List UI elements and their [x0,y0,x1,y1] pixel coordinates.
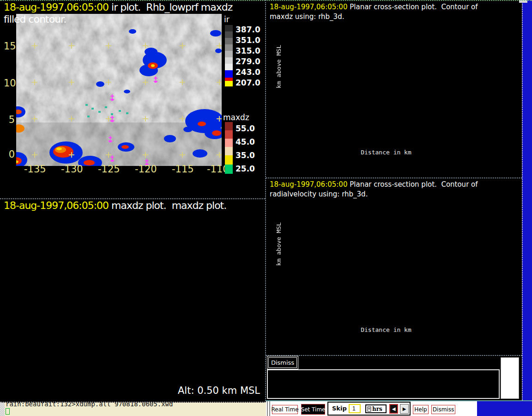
xs1-title-line2: maxdz using: rhb_3d. [270,12,344,21]
panel-cross-section-radialvelocity: 18-aug-1997,06:05:00 Planar cross-sectio… [266,178,521,355]
desktop-background-strip [522,0,532,400]
colorbar-segment [225,70,233,78]
colorbar-tick-label: 387.0 [236,25,260,34]
ir-y-tick-label: 5 [4,114,15,125]
colorbar-segment [225,165,233,174]
colorbar-tick-label: 243.0 [236,67,260,77]
real-time-button[interactable]: Real Time [272,405,298,414]
colorbar-segment [225,122,233,130]
xs1-x-axis-label: Distance in km [349,149,423,156]
terminal-prompt-line: rain:beaufait:132>xdump.all 970818.0605.… [6,403,173,408]
cloud-blob [215,49,222,53]
xs2-title: 18-aug-1997,06:05:00 Planar cross-sectio… [270,180,478,189]
control-dismiss-button[interactable]: Dismiss [431,405,455,414]
zeb-display-root: 18-aug-1997,06:05:00 ir plot. Rhb_lowprf… [0,0,532,416]
ir-x-tick-label: -120 [135,164,157,175]
colorbar-segment [225,81,233,86]
terminal-cursor [6,408,10,415]
colorbar-segment [225,64,233,70]
set-time-button[interactable]: Set Time [301,404,325,415]
panel-maxdz-ppi: 18-aug-1997,06:05:00 maxdz plot. maxdz p… [0,199,265,403]
cloud-blob [198,122,206,126]
xs2-x-axis-label: Distance in km [349,326,423,333]
ir-timestamp: 18-aug-1997,06:05:00 [4,1,109,13]
xs2-y-axis-label: km above MSL [275,222,282,266]
ppi-timestamp: 18-aug-1997,06:05:00 [4,200,109,211]
divider [269,401,270,416]
panel-cross-section-maxdz: 18-aug-1997,06:05:00 Planar cross-sectio… [266,1,521,177]
colorbar-segment [225,139,233,147]
cloud-blob [164,135,176,142]
divider [267,401,268,416]
altitude-readout: Alt: 0.50 km MSL [178,385,260,396]
colorbar-segment [225,147,233,155]
colorbar-tick-label: 207.0 [236,78,260,87]
terminal-scrollbar[interactable] [0,403,5,416]
ir-x-tick-label: -115 [172,164,194,175]
ir-title-line2: filled contour. [4,13,66,25]
radar-ppi-display [0,212,222,377]
cloud-blob [129,29,136,34]
colorbar-segment [225,51,233,57]
terminal-window[interactable]: rain:beaufait:132>xdump.all 970818.0605.… [0,403,266,416]
panel-ir-plot: 18-aug-1997,06:05:00 ir plot. Rhb_lowprf… [0,1,265,198]
xs1-timestamp: 18-aug-1997,06:05:00 [270,3,347,11]
window-frame-corner [519,0,527,3]
cloud-blob [193,149,207,158]
colorbar-segment [225,57,233,64]
ir-colorbar-title: ir [224,15,230,24]
ir-x-tick-label: -135 [24,164,46,175]
page-icon [367,406,371,412]
xs1-y-axis-label: km above MSL [275,45,282,88]
cloud-blob [96,81,104,87]
step-forward-button[interactable]: ▶ [400,404,409,414]
ir-y-tick-label: 15 [4,41,15,52]
colorbar-tick-label: 45.0 [236,137,255,147]
hrs-button[interactable]: hrs [365,404,387,413]
ir-y-tick-label: 10 [4,78,15,89]
ir-satellite-image [16,14,222,166]
skip-value-input[interactable] [349,404,361,413]
help-button[interactable]: Help [413,405,429,414]
cloud-blob [84,160,95,165]
colorbar-segment [225,25,233,31]
cloud-blob [151,64,155,67]
colorbar-segment [225,44,233,51]
xs1-title: 18-aug-1997,06:05:00 Planar cross-sectio… [270,3,478,11]
cloud-blob [210,30,221,37]
scrollbar-thumb[interactable] [501,357,519,399]
colorbar-segment [225,155,233,165]
colorbar-tick-label: 351.0 [236,36,260,45]
time-control-bar: Real Time Set Time Skip hrs ◀ ▶ Help Dis… [266,400,532,416]
colorbar-tick-label: 279.0 [236,57,260,66]
colorbar-tick-label: 315.0 [236,46,260,55]
colorbar-tick-label: 35.0 [236,151,255,160]
xs2-title-line2: radialvelocity using: rhb_3d. [270,190,368,198]
ir-y-tick-label: 0 [4,149,15,160]
cloud-blob [212,130,221,136]
right-arrow-icon: ▶ [403,406,406,411]
status-widget: Dismiss [266,356,521,400]
left-arrow-icon: ◀ [392,406,396,411]
ir-x-tick-label: -125 [98,164,120,175]
ir-title: 18-aug-1997,06:05:00 ir plot. Rhb_lowprf… [4,1,232,13]
desktop-corner [477,401,532,416]
step-back-button[interactable]: ◀ [389,404,398,414]
platform-status-table [267,369,500,399]
cloud-blob [121,145,129,149]
ir-x-tick-label: -130 [61,164,83,175]
status-dismiss-button[interactable]: Dismiss [268,357,297,368]
skip-label: Skip [332,405,347,412]
cloud-blob [56,147,62,150]
colorbar-segment [225,31,233,38]
cloud-blob [124,90,130,93]
skip-group: Skip hrs ◀ ▶ [327,402,411,416]
colorbar-segment [225,38,233,44]
colorbar-segment [225,78,233,81]
ir-maxdz-colorbar-title: maxdz [223,113,249,122]
colorbar-tick-label: 25.0 [236,164,255,173]
cloud-blob [183,127,193,132]
colorbar-tick-label: 55.0 [236,124,255,133]
ppi-title: 18-aug-1997,06:05:00 maxdz plot. maxdz p… [4,200,226,211]
colorbar-segment [225,130,233,139]
